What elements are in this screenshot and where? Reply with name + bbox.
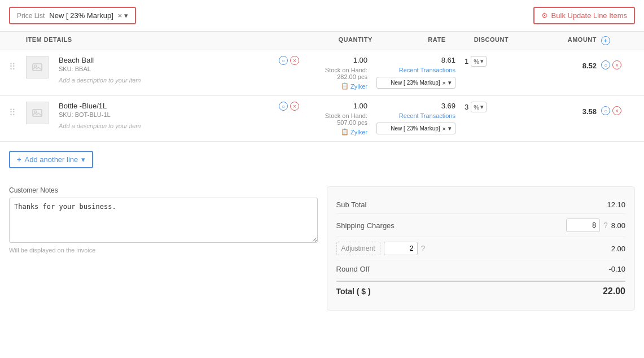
- discount-col: 1 % ▾: [465, 56, 533, 67]
- price-list-close-icon[interactable]: ×: [118, 11, 122, 20]
- recent-transactions-link[interactable]: Recent Transactions: [376, 67, 455, 73]
- item-sku: SKU: BOT-BLU-1L: [59, 111, 274, 118]
- item-copy-icon[interactable]: ○: [279, 56, 288, 65]
- price-list-dropdown-icon[interactable]: ▾: [124, 11, 128, 20]
- zylker-link[interactable]: 📋 Zylker: [308, 82, 367, 90]
- zylker-icon: 📋: [341, 128, 349, 136]
- price-list-controls[interactable]: × ▾: [118, 11, 129, 20]
- item-info: Bottle -Blue/1L SKU: BOT-BLU-1L Add a de…: [59, 102, 274, 129]
- adjustment-label[interactable]: Adjustment: [336, 242, 380, 255]
- adjustment-value: 2.00: [611, 245, 625, 253]
- add-line-label: Add another line: [25, 155, 78, 164]
- rate-value[interactable]: 8.61: [376, 56, 455, 64]
- discount-type-selector[interactable]: % ▾: [471, 56, 487, 67]
- drag-handle[interactable]: ⠿: [9, 56, 26, 72]
- add-row-icon[interactable]: +: [601, 36, 610, 45]
- amount-header: AMOUNT: [528, 36, 601, 45]
- discount-input: 1 % ▾: [465, 56, 533, 67]
- item-details-col: Beach Ball SKU: BBAL Add a description t…: [26, 56, 308, 84]
- discount-value[interactable]: 3: [465, 103, 468, 111]
- price-list-mini-arrow[interactable]: ▾: [448, 79, 452, 86]
- discount-type-selector[interactable]: % ▾: [471, 102, 487, 112]
- drag-handle[interactable]: ⠿: [9, 102, 26, 118]
- add-line-dropdown-arrow[interactable]: ▾: [81, 155, 85, 164]
- item-copy-icon[interactable]: ○: [279, 102, 288, 111]
- discount-type-arrow: ▾: [480, 103, 484, 111]
- adjustment-label-section: Adjustment ?: [336, 242, 426, 255]
- table-header: ITEM DETAILS QUANTITY RATE DISCOUNT AMOU…: [0, 32, 644, 50]
- item-sku: SKU: BBAL: [59, 66, 274, 72]
- price-list-mini-value: New [ 23% Markup]: [380, 80, 440, 86]
- discount-input: 3 % ▾: [465, 102, 533, 112]
- adjustment-input[interactable]: [384, 242, 418, 255]
- item-remove-icon[interactable]: ×: [290, 56, 299, 65]
- rate-value[interactable]: 3.69: [376, 102, 455, 110]
- bulk-update-gear-icon: ⚙: [541, 11, 548, 20]
- recent-transactions-link[interactable]: Recent Transactions: [376, 112, 455, 119]
- line-item: ⠿ Bottle -Blue/1L SKU: BOT-BLU-1L Add a …: [0, 96, 644, 142]
- quantity-value[interactable]: 1.00: [308, 56, 367, 64]
- quantity-value[interactable]: 1.00: [308, 102, 367, 110]
- item-name: Bottle -Blue/1L: [59, 102, 274, 110]
- roundoff-row: Round Off -0.10: [336, 260, 626, 278]
- adjustment-row: Adjustment ? 2.00: [336, 237, 626, 260]
- quantity-col: 1.00 Stock on Hand: 507.00 pcs 📋 Zylker: [308, 102, 376, 136]
- add-line-section: + Add another line ▾: [0, 142, 644, 177]
- stock-info: Stock on Hand: 282.00 pcs: [308, 67, 367, 80]
- price-list-label: Price List: [17, 12, 45, 20]
- item-details-col: Bottle -Blue/1L SKU: BOT-BLU-1L Add a de…: [26, 102, 308, 129]
- price-list-mini-close[interactable]: ×: [443, 125, 446, 132]
- zylker-icon: 📋: [341, 82, 349, 90]
- bottom-section: Customer Notes Thanks for your business.…: [0, 177, 644, 324]
- top-bar: Price List New [ 23% Markup] × ▾ ⚙ Bulk …: [0, 0, 644, 32]
- price-list-mini-value: New [ 23% Markup]: [380, 125, 440, 132]
- item-info: Beach Ball SKU: BBAL Add a description t…: [59, 56, 274, 84]
- totals-section: Sub Total 12.10 Shipping Charges ? 8.00 …: [327, 186, 636, 311]
- shipping-input[interactable]: [566, 219, 600, 232]
- price-list-value: New [ 23% Markup]: [49, 11, 113, 20]
- drag-col-header: [9, 36, 26, 45]
- price-list-mini-dropdown[interactable]: New [ 23% Markup] × ▾: [376, 123, 455, 134]
- shipping-help-icon[interactable]: ?: [603, 221, 608, 230]
- row-copy-icon[interactable]: ○: [601, 60, 610, 69]
- row-remove-icon[interactable]: ×: [612, 106, 621, 115]
- discount-value[interactable]: 1: [465, 57, 468, 66]
- bulk-update-button[interactable]: ⚙ Bulk Update Line Items: [533, 7, 635, 24]
- price-list-mini-arrow[interactable]: ▾: [448, 125, 452, 132]
- shipping-row: Shipping Charges ? 8.00: [336, 214, 626, 237]
- item-action-buttons[interactable]: ○ ×: [279, 102, 299, 111]
- customer-notes-input[interactable]: Thanks for your business.: [9, 198, 318, 243]
- stock-qty: 282.00 pcs: [337, 73, 367, 80]
- row-copy-icon[interactable]: ○: [601, 106, 610, 115]
- rate-col: 8.61 Recent Transactions New [ 23% Marku…: [376, 56, 465, 89]
- item-image: [26, 56, 49, 78]
- grand-total-value: 22.00: [603, 286, 625, 296]
- row-remove-icon[interactable]: ×: [612, 60, 621, 69]
- row-action-buttons[interactable]: ○ ×: [601, 56, 635, 69]
- item-remove-icon[interactable]: ×: [290, 102, 299, 111]
- action-col-header: +: [601, 36, 635, 45]
- zylker-label: Zylker: [351, 83, 367, 90]
- item-details-header: ITEM DETAILS: [26, 36, 308, 45]
- rate-col: 3.69 Recent Transactions New [ 23% Marku…: [376, 102, 465, 134]
- zylker-link[interactable]: 📋 Zylker: [308, 128, 367, 136]
- amount-col: 3.58: [533, 102, 601, 116]
- shipping-value: 8.00: [611, 221, 625, 230]
- add-line-plus-icon: +: [17, 155, 21, 164]
- svg-rect-0: [33, 64, 42, 71]
- price-list-mini-close[interactable]: ×: [443, 80, 446, 86]
- amount-col: 8.52: [533, 56, 601, 70]
- bulk-update-label: Bulk Update Line Items: [551, 11, 627, 20]
- stock-label: Stock on Hand:: [325, 112, 367, 119]
- discount-type-value: %: [474, 58, 479, 65]
- subtotal-label: Sub Total: [336, 200, 367, 209]
- add-line-button[interactable]: + Add another line ▾: [9, 151, 93, 168]
- price-list-selector[interactable]: Price List New [ 23% Markup] × ▾: [9, 7, 136, 24]
- item-action-buttons[interactable]: ○ ×: [279, 56, 299, 65]
- quantity-col: 1.00 Stock on Hand: 282.00 pcs 📋 Zylker: [308, 56, 376, 90]
- row-action-buttons[interactable]: ○ ×: [601, 102, 635, 115]
- adjustment-help-icon[interactable]: ?: [421, 244, 426, 253]
- quantity-header: QUANTITY: [308, 36, 382, 45]
- price-list-mini-dropdown[interactable]: New [ 23% Markup] × ▾: [376, 77, 455, 89]
- item-description: Add a description to your item: [59, 123, 274, 129]
